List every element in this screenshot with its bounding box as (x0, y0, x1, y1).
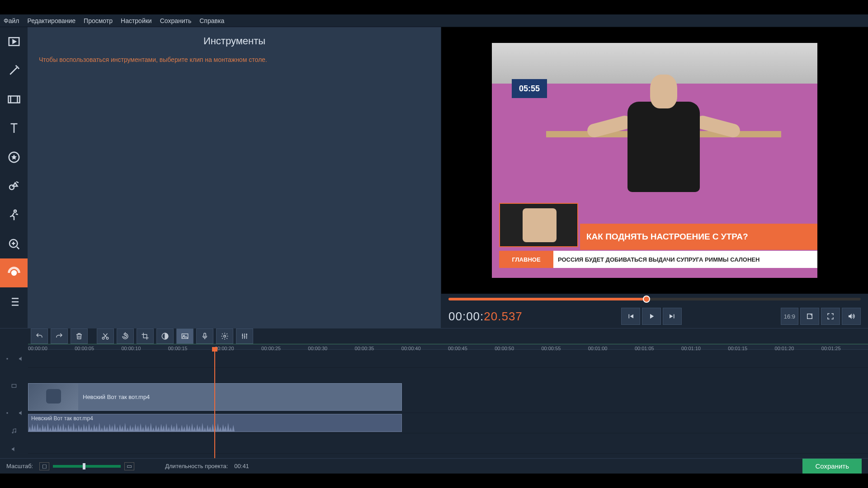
preview-video[interactable]: 05:55 КАК ПОДНЯТЬ НАСТРОЕНИЕ С УТРА? ГЛА… (441, 27, 868, 294)
cut-button[interactable] (97, 328, 114, 344)
zoom-slider[interactable] (53, 465, 121, 468)
tool-motion-icon[interactable] (0, 201, 28, 230)
preview-controls: 00:00:20.537 16:9 (441, 305, 868, 328)
track-extra-controls[interactable] (0, 440, 28, 458)
svg-point-18 (12, 432, 13, 433)
left-toolbar (0, 27, 28, 328)
redo-button[interactable] (51, 328, 68, 344)
equalizer-button[interactable] (236, 328, 253, 344)
overlay-ticker: РОССИЯ БУДЕТ ДОБИВАТЬСЯ ВЫДАЧИ СУПРУГА Р… (553, 251, 817, 268)
timeline-toolbar (0, 328, 868, 344)
color-button[interactable] (156, 328, 174, 344)
mic-button[interactable] (196, 328, 213, 344)
timeline: 00:00:0000:00:0500:00:1000:00:1500:00:20… (0, 328, 868, 474)
svg-point-14 (224, 335, 226, 338)
panel-hint: Чтобы воспользоваться инструментами, выб… (28, 52, 441, 68)
track-music-controls[interactable] (0, 422, 28, 440)
zoom-label: Масштаб: (6, 463, 33, 469)
crop-button[interactable] (137, 328, 154, 344)
zoom-in-button[interactable]: ▭ (124, 462, 134, 470)
prev-button[interactable] (621, 308, 640, 325)
tool-text-icon[interactable] (0, 114, 28, 143)
video-frame: 05:55 КАК ПОДНЯТЬ НАСТРОЕНИЕ С УТРА? ГЛА… (492, 43, 817, 278)
overlay-headline: КАК ПОДНЯТЬ НАСТРОЕНИЕ С УТРА? (580, 224, 817, 250)
panel-title: Инструменты (28, 27, 441, 52)
overlay-clock: 05:55 (512, 79, 547, 98)
tool-stickers-icon[interactable] (0, 143, 28, 172)
tool-shapes-icon[interactable] (0, 172, 28, 201)
svg-point-17 (6, 412, 8, 414)
play-button[interactable] (642, 308, 661, 325)
menu-settings[interactable]: Настройки (121, 17, 152, 24)
clip-label: Невский Вот так вот.mp4 (78, 394, 154, 400)
svg-rect-16 (12, 385, 16, 388)
track-audio-controls[interactable] (0, 404, 28, 422)
track-video-controls[interactable] (0, 368, 28, 404)
tool-transitions-icon[interactable] (0, 85, 28, 114)
tool-record-icon[interactable] (0, 258, 28, 287)
duration-value: 00:41 (234, 463, 249, 469)
tool-media-icon[interactable] (0, 27, 28, 56)
clip-settings-button[interactable] (216, 328, 233, 344)
playhead[interactable] (214, 350, 215, 458)
save-button[interactable]: Сохранить (802, 459, 862, 474)
svg-point-15 (6, 358, 8, 360)
menu-save[interactable]: Сохранить (160, 17, 192, 24)
tool-wand-icon[interactable] (0, 56, 28, 85)
svg-point-19 (15, 432, 16, 432)
detach-button[interactable] (800, 308, 819, 325)
volume-button[interactable] (842, 308, 861, 325)
timeline-ruler[interactable]: 00:00:0000:00:0500:00:1000:00:1500:00:20… (28, 344, 868, 350)
tools-panel: Инструменты Чтобы воспользоваться инстру… (28, 27, 441, 328)
menu-help[interactable]: Справка (199, 17, 224, 24)
menu-edit[interactable]: Редактирование (27, 17, 75, 24)
timeline-tracks[interactable]: Невский Вот так вот.mp4 Невский Вот так … (0, 350, 868, 458)
svg-rect-13 (204, 333, 206, 337)
duration-label: Длительность проекта: (165, 463, 228, 469)
aspect-ratio[interactable]: 16:9 (781, 308, 798, 325)
menu-file[interactable]: Файл (4, 17, 19, 24)
snapshot-button[interactable] (176, 328, 193, 344)
menubar: Файл Редактирование Просмотр Настройки С… (0, 14, 868, 27)
audio-clip-label: Невский Вот так вот.mp4 (31, 415, 93, 422)
svg-point-6 (12, 271, 16, 275)
timecode: 00:00:20.537 (448, 310, 523, 324)
bottom-bar: Масштаб: ◻ ▭ Длительность проекта: 00:41… (0, 458, 868, 474)
overlay-tag: ГЛАВНОЕ (499, 251, 553, 268)
menu-view[interactable]: Просмотр (84, 17, 113, 24)
track-fx-controls[interactable] (0, 350, 28, 368)
preview-panel: 05:55 КАК ПОДНЯТЬ НАСТРОЕНИЕ С УТРА? ГЛА… (441, 27, 868, 328)
fullscreen-button[interactable] (821, 308, 840, 325)
clip-thumbnail (28, 384, 78, 410)
rotate-button[interactable] (117, 328, 134, 344)
zoom-out-button[interactable]: ◻ (39, 462, 49, 470)
tool-zoom-icon[interactable] (0, 230, 28, 258)
tool-list-icon[interactable] (0, 287, 28, 316)
svg-point-4 (14, 210, 16, 212)
preview-scrubber[interactable] (441, 294, 868, 305)
undo-button[interactable] (31, 328, 48, 344)
delete-button[interactable] (71, 328, 88, 344)
next-button[interactable] (663, 308, 682, 325)
